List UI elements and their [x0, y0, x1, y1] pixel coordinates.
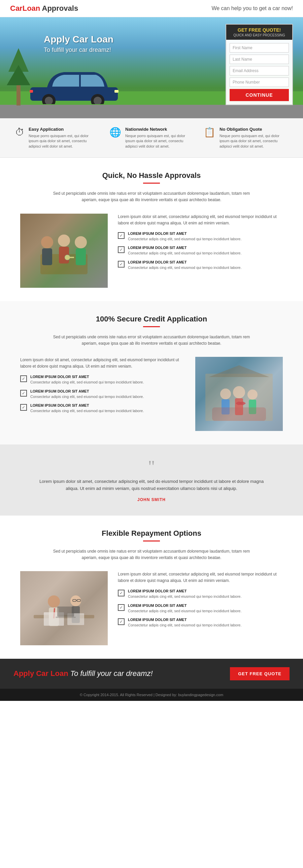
check-title-1: LOREM IPSUM DOLOR SIT AMET — [128, 246, 242, 250]
check3-desc-2: Consectetur adipis cing elit, sed eiusmo… — [128, 623, 242, 628]
svg-point-26 — [48, 595, 60, 608]
checklist-text-0: LOREM IPSUM DOLOR SIT AMET Consectetur a… — [128, 231, 242, 242]
feature-text-2: No Obligation Quote Neque porro quisquam… — [220, 127, 288, 149]
svg-rect-24 — [212, 407, 266, 421]
footer-copyright: © Copyright 2014-2015. All Rights Reserv… — [80, 693, 223, 697]
checklist-text-2: LOREM IPSUM DOLOR SIT AMET Consectetur a… — [128, 260, 242, 270]
check-title-2: LOREM IPSUM DOLOR SIT AMET — [128, 260, 242, 264]
hero-road — [0, 105, 303, 118]
svg-rect-13 — [76, 248, 86, 265]
section2-check-0: LOREM IPSUM DOLOR SIT AMET Consectetur a… — [20, 375, 185, 385]
tree-trunk — [16, 85, 21, 105]
hero-section: Apply Car Loan To fulfill your car dream… — [0, 17, 303, 118]
testimonial-name: JOHN SMITH — [27, 497, 276, 502]
quote-box: GET FREE QUOTE! QUICK AND EASY PROCESSIN… — [226, 24, 293, 105]
section1-intro: Lorem ipsum dolor sit amet, consectetur … — [118, 214, 283, 226]
section3-col-content: Lorem ipsum dolor sit amet, consectetur … — [118, 571, 283, 632]
section3-image — [20, 571, 108, 645]
section3-check-1: LOREM IPSUM DOLOR SIT AMET Consectetur a… — [118, 603, 283, 614]
svg-rect-15 — [69, 257, 74, 258]
section1-underline — [143, 183, 160, 184]
section1-image — [20, 214, 108, 288]
section1-title: Quick, No Hassle Approvals — [20, 171, 283, 180]
check3-icon-0 — [118, 590, 125, 596]
footer-cta-text: Apply Car Loan To fulfill your car dream… — [13, 669, 153, 678]
svg-point-10 — [58, 235, 70, 247]
check3-title-2: LOREM IPSUM DOLOR SIT AMET — [128, 618, 242, 622]
quote-box-subtitle: QUICK AND EASY PROCESSING — [230, 33, 289, 37]
quote-form: CONTINUE — [226, 40, 292, 104]
check3-desc-0: Consectetur adipis cing elit, sed eiusmo… — [128, 594, 242, 599]
logo-car: Car — [10, 4, 23, 12]
last-name-input[interactable] — [230, 55, 289, 64]
svg-point-8 — [41, 236, 53, 248]
section2-col-content: Lorem ipsum dolor sit amet, consectetur … — [20, 357, 185, 418]
check-icon-1 — [118, 246, 125, 253]
check2-title-1: LOREM IPSUM DOLOR SIT AMET — [30, 389, 144, 393]
site-header: CarLoan Approvals We can help you to get… — [0, 0, 303, 17]
email-input[interactable] — [230, 66, 289, 75]
check2-icon-0 — [20, 375, 27, 382]
check2-desc-1: Consectetur adipis cing elit, sed eiusmo… — [30, 394, 144, 399]
svg-point-20 — [233, 386, 245, 398]
check-desc-0: Consectetur adipis cing elit, sed eiusmo… — [128, 237, 242, 242]
hero-subtitle: To fulfill your car dreamz! — [44, 46, 113, 54]
section-approvals: Quick, No Hassle Approvals Sed ut perspi… — [0, 158, 303, 301]
site-footer: © Copyright 2014-2015. All Rights Reserv… — [0, 689, 303, 701]
check2-title-2: LOREM IPSUM DOLOR SIT AMET — [30, 403, 144, 407]
checklist2-text-2: LOREM IPSUM DOLOR SIT AMET Consectetur a… — [30, 403, 144, 413]
check3-title-1: LOREM IPSUM DOLOR SIT AMET — [128, 603, 242, 608]
section1-content: Lorem ipsum dolor sit amet, consectetur … — [20, 214, 283, 288]
section-repayment: Flexible Repayment Options Sed ut perspi… — [0, 516, 303, 659]
svg-rect-6 — [30, 90, 33, 93]
footer-get-quote-button[interactable]: GET FREE QUOTE — [230, 667, 290, 680]
continue-button[interactable]: CONTINUE — [230, 89, 289, 101]
feature-item-0: ⏱ Easy Application Neque porro quisquam … — [15, 127, 99, 149]
testimonial-section: " Lorem ipsum dolor sit amet, consectetu… — [0, 444, 303, 516]
section1-subtitle: Sed ut perspiciatis unde omnis iste natu… — [50, 190, 252, 203]
header-tagline: We can help you to get a car now! — [211, 5, 293, 11]
check2-desc-0: Consectetur adipis cing elit, sed eiusmo… — [30, 380, 144, 385]
feature-title-2: No Obligation Quote — [220, 127, 288, 132]
section3-content: Lorem ipsum dolor sit amet, consectetur … — [20, 571, 283, 645]
checklist2-text-0: LOREM IPSUM DOLOR SIT AMET Consectetur a… — [30, 375, 144, 385]
footer-cta-section: Apply Car Loan To fulfill your car dream… — [0, 659, 303, 689]
svg-marker-17 — [209, 365, 269, 377]
checklist-text-1: LOREM IPSUM DOLOR SIT AMET Consectetur a… — [128, 246, 242, 256]
feature-text-0: Easy Application Neque porro quisquam es… — [29, 127, 99, 149]
check-desc-2: Consectetur adipis cing elit, sed eiusmo… — [128, 265, 242, 270]
svg-point-29 — [70, 595, 81, 606]
section3-underline — [143, 540, 160, 541]
section1-check-2: LOREM IPSUM DOLOR SIT AMET Consectetur a… — [118, 260, 283, 270]
section3-subtitle: Sed ut perspiciatis unde omnis iste natu… — [50, 548, 252, 561]
section1-check-1: LOREM IPSUM DOLOR SIT AMET Consectetur a… — [118, 246, 283, 256]
section2-content: Lorem ipsum dolor sit amet, consectetur … — [20, 357, 283, 431]
checklist2-text-1: LOREM IPSUM DOLOR SIT AMET Consectetur a… — [30, 389, 144, 399]
checklist3-text-1: LOREM IPSUM DOLOR SIT AMET Consectetur a… — [128, 603, 242, 614]
quote-box-title: GET FREE QUOTE! — [230, 27, 289, 33]
feature-text-1: Nationwide Network Neque porro quisquam … — [125, 127, 194, 149]
first-name-input[interactable] — [230, 43, 289, 53]
section-secure: 100% Secure Credit Application Sed ut pe… — [0, 301, 303, 444]
feature-desc-2: Neque porro quisquam est, qui dolor ipsu… — [220, 133, 288, 149]
checklist3-text-2: LOREM IPSUM DOLOR SIT AMET Consectetur a… — [128, 618, 242, 628]
svg-point-22 — [247, 390, 258, 400]
section1-check-0: LOREM IPSUM DOLOR SIT AMET Consectetur a… — [118, 231, 283, 242]
svg-point-18 — [220, 389, 231, 399]
phone-input[interactable] — [230, 78, 289, 87]
quote-mark-icon: " — [27, 458, 276, 475]
feature-desc-0: Neque porro quisquam est, qui dolor ipsu… — [29, 133, 99, 149]
footer-cta-italic: To fulfill your car dreamz! — [70, 669, 153, 678]
hero-text-block: Apply Car Loan To fulfill your car dream… — [34, 27, 124, 60]
svg-rect-9 — [42, 248, 52, 265]
feature-title-0: Easy Application — [29, 127, 99, 132]
easy-app-icon: ⏱ — [15, 127, 25, 138]
features-strip: ⏱ Easy Application Neque porro quisquam … — [0, 118, 303, 158]
section1-col-content: Lorem ipsum dolor sit amet, consectetur … — [118, 214, 283, 275]
check3-icon-2 — [118, 618, 125, 625]
check-desc-1: Consectetur adipis cing elit, sed eiusmo… — [128, 251, 242, 256]
section2-subtitle: Sed ut perspiciatis unde omnis iste natu… — [50, 334, 252, 347]
logo-loan: Loan — [23, 4, 40, 12]
check-icon-0 — [118, 232, 125, 239]
check3-icon-1 — [118, 604, 125, 611]
